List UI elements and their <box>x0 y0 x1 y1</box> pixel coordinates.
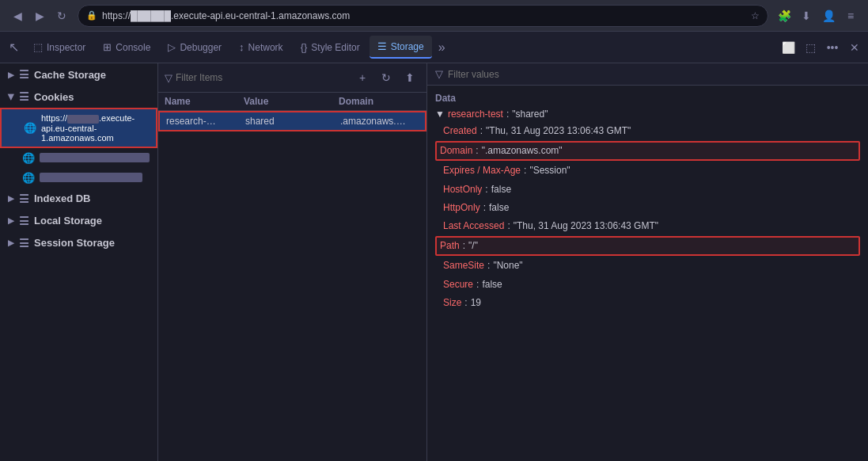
local-storage-icon: ☰ <box>19 215 29 227</box>
sidebar-item-indexed-db[interactable]: ▶ ☰ Indexed DB <box>0 188 157 210</box>
nav-buttons: ◀ ▶ ↻ <box>8 6 71 25</box>
sidebar-cookie-item-3[interactable]: 🌐 <box>0 168 157 188</box>
inspector-icon: ⬚ <box>33 41 43 53</box>
data-item-value: "Thu, 31 Aug 2023 13:06:43 GMT" <box>486 124 631 139</box>
sidebar-item-cookies[interactable]: ▶ ☰ Cookies <box>0 86 157 108</box>
data-root-item[interactable]: ▼ research-test : "shared" <box>435 106 860 122</box>
downloads-button[interactable]: ⬇ <box>797 6 816 25</box>
more-tabs-button[interactable]: » <box>434 37 450 58</box>
tab-console[interactable]: ⊞ Console <box>95 36 158 58</box>
expand-arrow-indexed-db: ▶ <box>8 194 14 203</box>
profile-button[interactable]: 👤 <box>819 6 838 25</box>
tab-storage[interactable]: ☰ Storage <box>370 36 432 59</box>
split-console-button[interactable]: ⬚ <box>800 37 821 58</box>
data-item-colon: : <box>507 219 510 234</box>
expand-arrow-cookies: ▶ <box>7 93 16 100</box>
filter-items-input[interactable] <box>176 72 349 83</box>
data-item-colon: : <box>464 295 467 311</box>
devtools-right-buttons: ⬜ ⬚ ••• ✕ <box>778 37 865 58</box>
sidebar-item-session-storage[interactable]: ▶ ☰ Session Storage <box>0 232 157 254</box>
tab-debugger-label: Debugger <box>180 42 222 53</box>
blurred-cookie-3 <box>40 173 142 182</box>
data-item: Path:"/" <box>435 236 860 256</box>
data-item-key: Domain <box>440 143 472 158</box>
data-item: Secure:false <box>435 276 860 294</box>
data-item: HttpOnly:false <box>435 199 860 217</box>
data-item-key: HttpOnly <box>443 200 480 215</box>
nav-forward-button[interactable]: ▶ <box>30 6 49 25</box>
data-item-value: 19 <box>471 295 481 311</box>
tab-network[interactable]: ↕ Network <box>231 36 291 58</box>
console-icon: ⊞ <box>103 41 112 53</box>
tab-storage-label: Storage <box>391 41 424 52</box>
sidebar-cookie-item-2[interactable]: 🌐 <box>0 148 157 168</box>
nav-back-button[interactable]: ◀ <box>8 6 27 25</box>
globe-icon-2: 🌐 <box>22 152 35 164</box>
cookie-value-cell: shared <box>245 116 340 127</box>
extensions-button[interactable]: 🧩 <box>775 6 794 25</box>
tab-style-editor[interactable]: {} Style Editor <box>293 36 368 58</box>
data-item-value: false <box>489 200 509 215</box>
bookmark-icon[interactable]: ☆ <box>751 10 760 21</box>
debugger-icon: ▷ <box>168 41 176 53</box>
data-item: SameSite:"None" <box>435 257 860 275</box>
url-text: https://██████.execute-api.eu-central-1.… <box>102 10 350 21</box>
data-item-colon: : <box>463 238 465 253</box>
lock-icon: 🔒 <box>86 10 97 21</box>
data-item-colon: : <box>487 258 490 273</box>
sidebar-item-cache-storage[interactable]: ▶ ☰ Cache Storage <box>0 63 157 86</box>
sidebar: ▶ ☰ Cache Storage ▶ ☰ Cookies 🌐 https://… <box>0 63 158 461</box>
menu-button[interactable]: ≡ <box>841 6 860 25</box>
header-name: Name <box>165 96 244 107</box>
cookie-table-row[interactable]: research-… shared .amazonaws.… <box>158 111 426 131</box>
tab-inspector[interactable]: ⬚ Inspector <box>25 36 93 58</box>
right-filter-icon: ▽ <box>435 68 443 80</box>
data-item-key: HostOnly <box>443 182 482 197</box>
data-item-value: false <box>482 277 502 292</box>
session-storage-icon: ☰ <box>19 237 29 250</box>
filter-icon: ▽ <box>165 72 172 84</box>
filter-values-input[interactable] <box>448 69 860 80</box>
data-items-container: Created:"Thu, 31 Aug 2023 13:06:43 GMT"D… <box>435 122 860 312</box>
cache-storage-icon: ☰ <box>19 68 29 81</box>
data-item: Domain:".amazonaws.com" <box>435 141 860 161</box>
cookies-table-header: Name Value Domain <box>158 93 426 111</box>
nav-refresh-button[interactable]: ↻ <box>52 6 71 25</box>
cookie-domain-cell: .amazonaws.… <box>340 116 419 127</box>
close-devtools-button[interactable]: ✕ <box>844 37 865 58</box>
refresh-cookies-button[interactable]: ↻ <box>376 67 396 88</box>
data-item-key: Last Accessed <box>443 219 504 234</box>
address-bar[interactable]: 🔒 https://██████.execute-api.eu-central-… <box>78 5 768 27</box>
sidebar-label-local-storage: Local Storage <box>34 215 102 227</box>
devtools-toolbar: ↖ ⬚ Inspector ⊞ Console ▷ Debugger ↕ Net… <box>0 32 868 63</box>
data-header-label: Data <box>435 90 860 106</box>
data-item: Size:19 <box>435 294 860 312</box>
responsive-design-button[interactable]: ⬜ <box>778 37 798 58</box>
tab-console-label: Console <box>116 42 150 53</box>
main-area: ▶ ☰ Cache Storage ▶ ☰ Cookies 🌐 https://… <box>0 63 868 461</box>
expand-arrow-local-storage: ▶ <box>8 216 14 225</box>
right-panel: ▽ Data ▼ research-test : "shared" Create… <box>427 63 868 461</box>
data-item-key: Created <box>443 124 477 139</box>
sidebar-item-local-storage[interactable]: ▶ ☰ Local Storage <box>0 210 157 232</box>
browser-actions: 🧩 ⬇ 👤 ≡ <box>775 6 860 25</box>
data-item-value: "Thu, 31 Aug 2023 13:06:43 GMT" <box>514 219 658 234</box>
tab-debugger[interactable]: ▷ Debugger <box>160 36 229 58</box>
element-picker-button[interactable]: ↖ <box>3 37 24 58</box>
data-item-key: Secure <box>443 277 473 292</box>
browser-chrome: ◀ ▶ ↻ 🔒 https://██████.execute-api.eu-ce… <box>0 0 868 32</box>
blurred-cookie-2 <box>40 153 150 162</box>
data-item-colon: : <box>524 163 526 178</box>
devtools-settings-button[interactable]: ••• <box>822 37 843 58</box>
data-item-value: false <box>491 182 511 197</box>
sidebar-label-session-storage: Session Storage <box>34 237 115 249</box>
export-cookies-button[interactable]: ⬆ <box>400 67 420 88</box>
add-cookie-button[interactable]: + <box>352 67 373 88</box>
indexed-db-icon: ☰ <box>19 192 29 205</box>
sidebar-cookie-item-1[interactable]: 🌐 https:// .execute-api.eu-central-1.ama… <box>0 108 157 148</box>
data-item-key: Size <box>443 295 461 311</box>
data-item-key: SameSite <box>443 258 484 273</box>
cookie-url-1: https:// .execute-api.eu-central-1.amazo… <box>41 113 148 143</box>
tab-inspector-label: Inspector <box>47 42 85 53</box>
data-item-colon: : <box>480 124 483 139</box>
